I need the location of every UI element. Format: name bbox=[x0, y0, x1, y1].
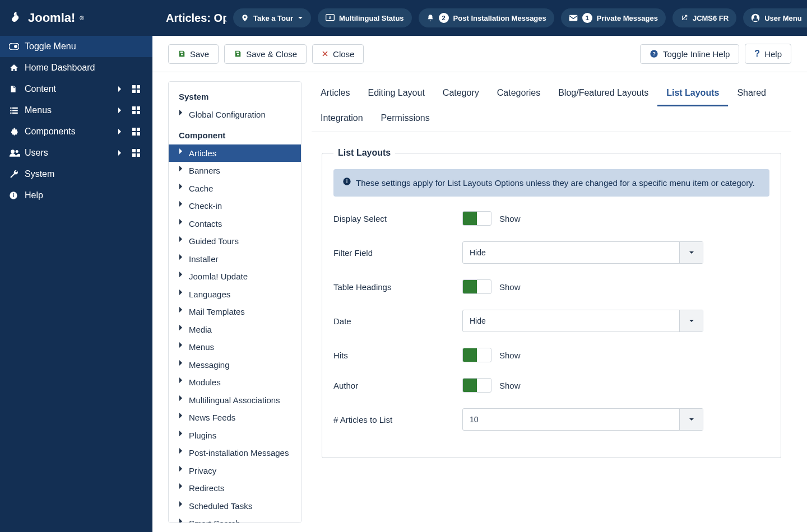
select-filter-field[interactable]: Hide bbox=[462, 241, 703, 264]
component-item-scheduled-tasks[interactable]: Scheduled Tasks bbox=[169, 497, 301, 515]
component-item-plugins[interactable]: Plugins bbox=[169, 427, 301, 445]
component-item-redirects[interactable]: Redirects bbox=[169, 479, 301, 497]
component-item-articles[interactable]: Articles bbox=[169, 144, 301, 162]
svg-rect-10 bbox=[132, 128, 136, 131]
tab-category[interactable]: Category bbox=[434, 81, 488, 106]
user-icon bbox=[751, 13, 760, 22]
help-button[interactable]: ? Help bbox=[745, 44, 791, 64]
component-item-smart-search[interactable]: Smart Search bbox=[169, 515, 301, 523]
switch-value-label: Show bbox=[499, 214, 521, 223]
grid-icon[interactable] bbox=[132, 128, 143, 136]
grid-icon[interactable] bbox=[132, 85, 143, 93]
form-row--articles-to-list: # Articles to List10 bbox=[333, 408, 769, 431]
svg-point-15 bbox=[16, 150, 18, 153]
form-label: Display Select bbox=[333, 214, 454, 223]
info-icon: i bbox=[9, 191, 25, 200]
component-item-check-in[interactable]: Check-in bbox=[169, 197, 301, 215]
component-item-contacts[interactable]: Contacts bbox=[169, 215, 301, 233]
tab-list-layouts[interactable]: List Layouts bbox=[657, 81, 728, 106]
component-item-cache[interactable]: Cache bbox=[169, 180, 301, 198]
component-item-privacy[interactable]: Privacy bbox=[169, 462, 301, 480]
component-item-messaging[interactable]: Messaging bbox=[169, 356, 301, 374]
user-menu-label: User Menu bbox=[764, 14, 801, 22]
component-item-media[interactable]: Media bbox=[169, 321, 301, 339]
component-item-modules[interactable]: Modules bbox=[169, 374, 301, 391]
chevron-right-icon bbox=[179, 236, 185, 242]
component-item-menus[interactable]: Menus bbox=[169, 338, 301, 356]
save-icon bbox=[178, 50, 185, 58]
sidebar-item-help[interactable]: iHelp bbox=[0, 185, 152, 206]
tab-blog-featured-layouts[interactable]: Blog/Featured Layouts bbox=[549, 81, 657, 106]
tab-categories[interactable]: Categories bbox=[488, 81, 549, 106]
grid-icon[interactable] bbox=[132, 149, 143, 157]
component-item-joomla-update[interactable]: Joomla! Update bbox=[169, 268, 301, 286]
form-row-filter-field: Filter FieldHide bbox=[333, 241, 769, 264]
tabs: ArticlesEditing LayoutCategoryCategories… bbox=[312, 81, 791, 132]
switch-value-label: Show bbox=[499, 381, 521, 390]
save-button[interactable]: Save bbox=[168, 44, 219, 64]
tab-editing-layout[interactable]: Editing Layout bbox=[359, 81, 433, 106]
toggle-inline-help-button[interactable]: ? Toggle Inline Help bbox=[640, 44, 739, 64]
close-button[interactable]: Close bbox=[312, 44, 364, 64]
chevron-right-icon bbox=[179, 395, 185, 402]
switch-hits[interactable] bbox=[462, 348, 491, 362]
component-item-mail-templates[interactable]: Mail Templates bbox=[169, 303, 301, 321]
take-tour-pill[interactable]: Take a Tour bbox=[233, 8, 311, 27]
tab-integration[interactable]: Integration bbox=[312, 106, 372, 132]
svg-rect-24 bbox=[569, 15, 577, 21]
chevron-down-icon bbox=[679, 242, 703, 263]
switch-author[interactable] bbox=[462, 378, 491, 393]
component-item-guided-tours[interactable]: Guided Tours bbox=[169, 232, 301, 250]
component-item-multilingual-associations[interactable]: Multilingual Associations bbox=[169, 391, 301, 409]
sidebar-item-system[interactable]: System bbox=[0, 164, 152, 185]
component-item-post-installation-messages[interactable]: Post-installation Messages bbox=[169, 444, 301, 462]
component-label: Joomla! Update bbox=[189, 271, 248, 282]
sidebar-item-menus[interactable]: Menus bbox=[0, 100, 152, 121]
toggle-menu-item[interactable]: Toggle Menu bbox=[0, 36, 152, 57]
chevron-right-icon bbox=[118, 150, 129, 156]
bell-icon bbox=[426, 14, 434, 22]
site-link-pill[interactable]: JCMS6 FR bbox=[672, 8, 736, 27]
component-item-languages[interactable]: Languages bbox=[169, 286, 301, 304]
tab-permissions[interactable]: Permissions bbox=[372, 106, 439, 132]
user-menu-pill[interactable]: User Menu bbox=[743, 8, 807, 27]
component-item-banners[interactable]: Banners bbox=[169, 162, 301, 180]
select--articles-to-list[interactable]: 10 bbox=[462, 408, 703, 431]
sidebar-item-components[interactable]: Components bbox=[0, 121, 152, 142]
global-config-item[interactable]: Global Configuration bbox=[169, 106, 301, 124]
sidebar-item-users[interactable]: Users bbox=[0, 142, 152, 164]
svg-rect-2 bbox=[132, 85, 136, 88]
svg-text:i: i bbox=[346, 179, 348, 184]
component-item-news-feeds[interactable]: News Feeds bbox=[169, 409, 301, 427]
chevron-right-icon bbox=[179, 218, 185, 225]
svg-rect-11 bbox=[137, 128, 140, 131]
nav-label: Help bbox=[25, 190, 143, 200]
sidebar-item-content[interactable]: Content bbox=[0, 78, 152, 100]
svg-rect-6 bbox=[132, 106, 136, 110]
chevron-right-icon bbox=[118, 107, 129, 114]
grid-icon[interactable] bbox=[132, 106, 143, 114]
sidebar-item-home-dashboard[interactable]: Home Dashboard bbox=[0, 57, 152, 78]
nav-label: Menus bbox=[25, 105, 118, 115]
brand-logo[interactable]: Joomla!® bbox=[0, 0, 152, 36]
component-item-installer[interactable]: Installer bbox=[169, 250, 301, 268]
post-install-pill[interactable]: 2 Post Installation Messages bbox=[419, 8, 554, 27]
switch-table-headings[interactable] bbox=[462, 279, 491, 294]
private-msg-label: Private Messages bbox=[597, 14, 658, 22]
tab-articles[interactable]: Articles bbox=[312, 81, 359, 106]
close-icon bbox=[322, 50, 328, 57]
form-row-display-select: Display SelectShow bbox=[333, 211, 769, 226]
tab-shared[interactable]: Shared bbox=[728, 81, 775, 106]
svg-rect-12 bbox=[132, 132, 136, 136]
component-label: Banners bbox=[189, 165, 220, 176]
question-icon: ? bbox=[650, 49, 658, 58]
select-date[interactable]: Hide bbox=[462, 310, 703, 332]
private-msg-pill[interactable]: 1 Private Messages bbox=[561, 8, 666, 27]
component-label: Multilingual Associations bbox=[189, 395, 280, 406]
multilingual-pill[interactable]: A Multilingual Status bbox=[318, 8, 412, 27]
switch-display-select[interactable] bbox=[462, 211, 491, 226]
component-label: Languages bbox=[189, 289, 230, 300]
save-close-button[interactable]: Save & Close bbox=[224, 44, 307, 64]
svg-rect-8 bbox=[132, 111, 136, 114]
form-label: Hits bbox=[333, 351, 454, 360]
